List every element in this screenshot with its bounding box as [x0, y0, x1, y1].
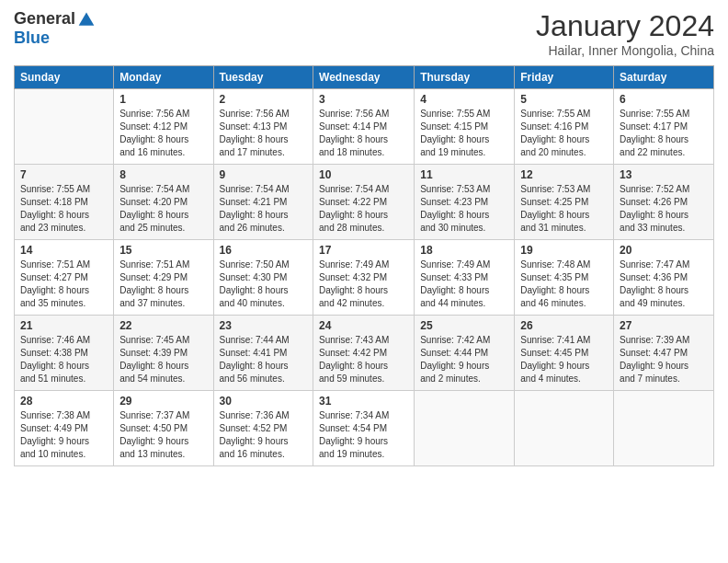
title-block: January 2024 Hailar, Inner Mongolia, Chi… — [536, 9, 714, 58]
daylight-minutes: and 7 minutes. — [620, 373, 708, 385]
sunset-time: Sunset: 4:50 PM — [119, 422, 207, 435]
daylight-info: Daylight: 9 hours — [220, 435, 308, 448]
calendar-week-row: 14Sunrise: 7:51 AMSunset: 4:27 PMDayligh… — [15, 240, 714, 316]
daylight-minutes: and 17 minutes. — [220, 146, 308, 159]
sunset-time: Sunset: 4:39 PM — [119, 347, 207, 360]
sunset-time: Sunset: 4:17 PM — [620, 121, 708, 133]
day-info: Sunrise: 7:45 AMSunset: 4:39 PMDaylight:… — [119, 334, 207, 385]
sunset-time: Sunset: 4:35 PM — [520, 271, 608, 284]
calendar-week-row: 21Sunrise: 7:46 AMSunset: 4:38 PMDayligh… — [15, 316, 714, 391]
day-number: 8 — [119, 168, 207, 181]
sunset-time: Sunset: 4:36 PM — [620, 271, 708, 284]
day-info: Sunrise: 7:49 AMSunset: 4:33 PMDaylight:… — [420, 259, 508, 310]
day-number: 17 — [319, 244, 408, 257]
day-number: 10 — [319, 168, 408, 181]
sunset-time: Sunset: 4:12 PM — [119, 121, 207, 133]
calendar-day-header: Saturday — [614, 66, 714, 89]
sunrise-time: Sunrise: 7:55 AM — [20, 183, 108, 196]
sunrise-time: Sunrise: 7:55 AM — [620, 108, 708, 121]
calendar-cell: 4Sunrise: 7:55 AMSunset: 4:15 PMDaylight… — [415, 89, 515, 165]
daylight-minutes: and 4 minutes. — [520, 373, 608, 385]
day-info: Sunrise: 7:37 AMSunset: 4:50 PMDaylight:… — [119, 409, 207, 461]
daylight-minutes: and 54 minutes. — [119, 373, 207, 385]
sunrise-time: Sunrise: 7:39 AM — [620, 334, 708, 347]
calendar-cell: 27Sunrise: 7:39 AMSunset: 4:47 PMDayligh… — [614, 316, 714, 391]
sunset-time: Sunset: 4:32 PM — [319, 271, 408, 284]
sunrise-time: Sunrise: 7:54 AM — [119, 183, 207, 196]
daylight-minutes: and 13 minutes. — [119, 448, 207, 461]
daylight-info: Daylight: 8 hours — [20, 284, 108, 297]
day-info: Sunrise: 7:51 AMSunset: 4:29 PMDaylight:… — [119, 259, 207, 310]
sunrise-time: Sunrise: 7:56 AM — [119, 108, 207, 121]
day-info: Sunrise: 7:56 AMSunset: 4:12 PMDaylight:… — [119, 108, 207, 159]
day-number: 23 — [220, 319, 308, 332]
sunrise-time: Sunrise: 7:38 AM — [20, 409, 108, 422]
day-info: Sunrise: 7:39 AMSunset: 4:47 PMDaylight:… — [620, 334, 708, 385]
calendar-day-header: Friday — [515, 66, 614, 89]
calendar-cell: 12Sunrise: 7:53 AMSunset: 4:25 PMDayligh… — [515, 165, 614, 240]
sunset-time: Sunset: 4:33 PM — [420, 271, 508, 284]
sunrise-time: Sunrise: 7:53 AM — [420, 183, 508, 196]
day-number: 22 — [119, 319, 207, 332]
day-number: 19 — [520, 244, 608, 257]
day-number: 25 — [420, 319, 508, 332]
month-title: January 2024 — [536, 9, 714, 43]
day-number: 1 — [119, 93, 207, 106]
daylight-info: Daylight: 8 hours — [620, 284, 708, 297]
calendar-week-row: 28Sunrise: 7:38 AMSunset: 4:49 PMDayligh… — [15, 391, 714, 466]
svg-marker-0 — [79, 12, 95, 25]
calendar-cell: 23Sunrise: 7:44 AMSunset: 4:41 PMDayligh… — [213, 316, 313, 391]
daylight-minutes: and 44 minutes. — [420, 297, 508, 310]
calendar-cell: 8Sunrise: 7:54 AMSunset: 4:20 PMDaylight… — [114, 165, 213, 240]
sunset-time: Sunset: 4:54 PM — [319, 422, 408, 435]
daylight-minutes: and 51 minutes. — [20, 373, 108, 385]
day-info: Sunrise: 7:38 AMSunset: 4:49 PMDaylight:… — [20, 409, 108, 461]
daylight-info: Daylight: 8 hours — [119, 284, 207, 297]
day-info: Sunrise: 7:46 AMSunset: 4:38 PMDaylight:… — [20, 334, 108, 385]
day-number: 26 — [520, 319, 608, 332]
day-info: Sunrise: 7:51 AMSunset: 4:27 PMDaylight:… — [20, 259, 108, 310]
daylight-minutes: and 37 minutes. — [119, 297, 207, 310]
day-number: 24 — [319, 319, 408, 332]
sunrise-time: Sunrise: 7:49 AM — [319, 259, 408, 271]
daylight-minutes: and 19 minutes. — [420, 146, 508, 159]
calendar-cell: 3Sunrise: 7:56 AMSunset: 4:14 PMDaylight… — [313, 89, 415, 165]
daylight-info: Daylight: 9 hours — [420, 360, 508, 373]
daylight-info: Daylight: 8 hours — [520, 133, 608, 146]
header: GeneralBlue January 2024 Hailar, Inner M… — [14, 9, 714, 58]
day-info: Sunrise: 7:36 AMSunset: 4:52 PMDaylight:… — [220, 409, 308, 461]
daylight-minutes: and 25 minutes. — [119, 222, 207, 235]
daylight-minutes: and 10 minutes. — [20, 448, 108, 461]
calendar-cell: 19Sunrise: 7:48 AMSunset: 4:35 PMDayligh… — [515, 240, 614, 316]
location-title: Hailar, Inner Mongolia, China — [536, 43, 714, 58]
daylight-info: Daylight: 8 hours — [420, 209, 508, 222]
calendar-cell: 7Sunrise: 7:55 AMSunset: 4:18 PMDaylight… — [15, 165, 114, 240]
day-info: Sunrise: 7:55 AMSunset: 4:15 PMDaylight:… — [420, 108, 508, 159]
daylight-minutes: and 16 minutes. — [119, 146, 207, 159]
sunrise-time: Sunrise: 7:48 AM — [520, 259, 608, 271]
calendar-cell: 15Sunrise: 7:51 AMSunset: 4:29 PMDayligh… — [114, 240, 213, 316]
day-number: 18 — [420, 244, 508, 257]
daylight-info: Daylight: 9 hours — [20, 435, 108, 448]
daylight-minutes: and 35 minutes. — [20, 297, 108, 310]
calendar-cell: 2Sunrise: 7:56 AMSunset: 4:13 PMDaylight… — [213, 89, 313, 165]
daylight-minutes: and 28 minutes. — [319, 222, 408, 235]
day-info: Sunrise: 7:55 AMSunset: 4:18 PMDaylight:… — [20, 183, 108, 235]
daylight-info: Daylight: 9 hours — [520, 360, 608, 373]
daylight-info: Daylight: 8 hours — [420, 133, 508, 146]
day-info: Sunrise: 7:54 AMSunset: 4:20 PMDaylight:… — [119, 183, 207, 235]
day-info: Sunrise: 7:54 AMSunset: 4:21 PMDaylight:… — [220, 183, 308, 235]
daylight-minutes: and 33 minutes. — [620, 222, 708, 235]
daylight-info: Daylight: 9 hours — [620, 360, 708, 373]
daylight-info: Daylight: 8 hours — [319, 360, 408, 373]
calendar-cell: 1Sunrise: 7:56 AMSunset: 4:12 PMDaylight… — [114, 89, 213, 165]
sunrise-time: Sunrise: 7:44 AM — [220, 334, 308, 347]
daylight-minutes: and 2 minutes. — [420, 373, 508, 385]
calendar-cell: 10Sunrise: 7:54 AMSunset: 4:22 PMDayligh… — [313, 165, 415, 240]
logo: GeneralBlue — [14, 9, 96, 48]
daylight-minutes: and 40 minutes. — [220, 297, 308, 310]
calendar-day-header: Monday — [114, 66, 213, 89]
day-number: 20 — [620, 244, 708, 257]
calendar-cell: 30Sunrise: 7:36 AMSunset: 4:52 PMDayligh… — [213, 391, 313, 466]
day-info: Sunrise: 7:44 AMSunset: 4:41 PMDaylight:… — [220, 334, 308, 385]
